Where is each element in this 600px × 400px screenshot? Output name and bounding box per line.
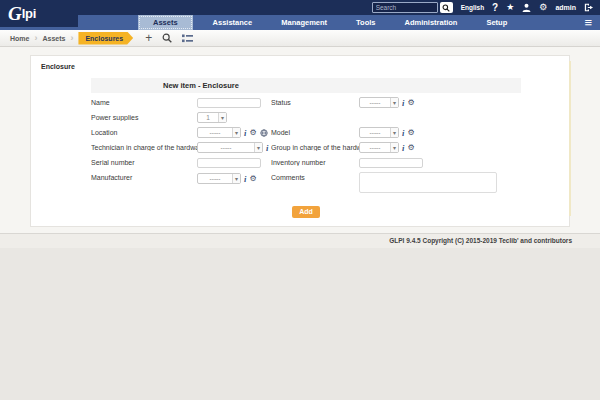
form-row: Manufacturer -----▾ i ⚙ Comments <box>91 171 521 195</box>
info-icon[interactable]: i <box>402 129 404 137</box>
nav-item-tools[interactable]: Tools <box>347 15 384 30</box>
user-icon[interactable] <box>522 3 531 12</box>
name-input[interactable] <box>197 98 261 108</box>
form-title: New item - Enclosure <box>91 78 521 93</box>
technician-dropdown[interactable]: -----▾ <box>197 142 263 153</box>
bookmark-icon[interactable]: ★ <box>506 0 514 15</box>
list-view-icon[interactable] <box>182 34 193 43</box>
new-enclosure-form: New item - Enclosure Name Status -----▾ … <box>91 78 521 218</box>
page-bottom <box>0 248 600 400</box>
name-label: Name <box>91 99 197 106</box>
logo-text-g: G <box>8 4 22 23</box>
model-label: Model <box>271 129 359 136</box>
power-supplies-label: Power supplies <box>91 114 197 121</box>
group-label: Group in charge of the hardware <box>271 144 359 151</box>
serial-number-label: Serial number <box>91 159 197 166</box>
language-selector[interactable]: English <box>461 4 484 11</box>
nav-item-assets[interactable]: Assets <box>138 15 193 30</box>
chevron-down-icon: ▾ <box>232 174 240 183</box>
glpi-logo[interactable]: Glpi <box>0 0 78 27</box>
info-icon[interactable]: i <box>244 129 246 137</box>
form-row: Name Status -----▾ i ⚙ <box>91 96 521 109</box>
enclosure-panel: Enclosure New item - Enclosure Name Stat… <box>30 55 570 227</box>
form-row: Technician in charge of the hardware ---… <box>91 141 521 154</box>
form-row: Power supplies 1▾ <box>91 111 521 124</box>
nav-item-assistance[interactable]: Assistance <box>204 15 262 30</box>
location-label: Location <box>91 129 197 136</box>
status-label: Status <box>271 99 359 106</box>
global-search <box>372 2 453 13</box>
tab-enclosure[interactable]: Enclosure <box>41 63 75 70</box>
chevron-down-icon: ▾ <box>390 98 398 107</box>
power-supplies-dropdown[interactable]: 1▾ <box>197 112 227 123</box>
help-icon[interactable]: ? <box>492 0 498 15</box>
logout-icon[interactable] <box>584 3 594 12</box>
nav-item-management[interactable]: Management <box>272 15 336 30</box>
breadcrumb-assets[interactable]: Assets <box>42 35 65 42</box>
search-list-icon[interactable] <box>162 33 172 43</box>
chevron-down-icon: ▾ <box>390 143 398 152</box>
form-row: Serial number Inventory number <box>91 156 521 169</box>
globe-icon[interactable] <box>260 129 268 137</box>
gear-icon[interactable]: ⚙ <box>407 99 414 107</box>
info-icon[interactable]: i <box>244 175 246 183</box>
inventory-number-label: Inventory number <box>271 159 359 166</box>
chevron-down-icon: ▾ <box>232 128 240 137</box>
status-dropdown[interactable]: -----▾ <box>359 97 399 108</box>
content-area: Enclosure New item - Enclosure Name Stat… <box>0 47 600 233</box>
manufacturer-dropdown[interactable]: -----▾ <box>197 173 241 184</box>
location-dropdown[interactable]: -----▾ <box>197 127 241 138</box>
breadcrumb: Home › Assets › Enclosures + <box>0 30 600 47</box>
chevron-right-icon: › <box>70 34 73 43</box>
hamburger-menu-icon[interactable]: ≡ <box>584 15 592 30</box>
add-button[interactable]: Add <box>292 206 320 218</box>
model-dropdown[interactable]: -----▾ <box>359 127 399 138</box>
breadcrumb-home[interactable]: Home <box>10 35 29 42</box>
info-icon[interactable]: i <box>266 144 268 152</box>
glpi-app: Glpi English ? ★ ⚙ admin <box>0 0 600 400</box>
form-actions: Add <box>91 200 521 218</box>
form-row: Location -----▾ i ⚙ Model <box>91 126 521 139</box>
logo-text: lpi <box>22 6 36 21</box>
nav-item-setup[interactable]: Setup <box>477 15 516 30</box>
search-icon <box>442 4 450 12</box>
settings-gear-icon[interactable]: ⚙ <box>539 0 547 15</box>
main-nav: Assets Assistance Management Tools Admin… <box>0 15 600 30</box>
global-search-button[interactable] <box>440 2 453 13</box>
topbar: Glpi English ? ★ ⚙ admin <box>0 0 600 15</box>
breadcrumb-enclosures[interactable]: Enclosures <box>78 32 133 45</box>
gear-icon[interactable]: ⚙ <box>249 129 256 137</box>
chevron-down-icon: ▾ <box>390 128 398 137</box>
chevron-down-icon: ▾ <box>218 113 226 122</box>
technician-label: Technician in charge of the hardware <box>91 144 197 151</box>
gear-icon[interactable]: ⚙ <box>407 129 414 137</box>
gear-icon[interactable]: ⚙ <box>249 175 256 183</box>
manufacturer-label: Manufacturer <box>91 171 197 181</box>
global-search-input[interactable] <box>372 2 438 13</box>
comments-label: Comments <box>271 171 359 181</box>
chevron-right-icon: › <box>34 34 37 43</box>
gear-icon[interactable]: ⚙ <box>407 144 414 152</box>
group-dropdown[interactable]: -----▾ <box>359 142 399 153</box>
comments-textarea[interactable] <box>359 172 497 193</box>
serial-number-input[interactable] <box>197 158 261 168</box>
info-icon[interactable]: i <box>402 99 404 107</box>
footer-copyright: GLPI 9.4.5 Copyright (C) 2015-2019 Tecli… <box>0 233 600 248</box>
inventory-number-input[interactable] <box>359 158 423 168</box>
topbar-actions: English ? ★ ⚙ admin <box>372 0 594 15</box>
add-item-icon[interactable]: + <box>145 33 152 43</box>
chevron-down-icon: ▾ <box>254 143 262 152</box>
user-menu[interactable]: admin <box>555 4 576 11</box>
nav-item-administration[interactable]: Administration <box>396 15 467 30</box>
info-icon[interactable]: i <box>402 144 404 152</box>
